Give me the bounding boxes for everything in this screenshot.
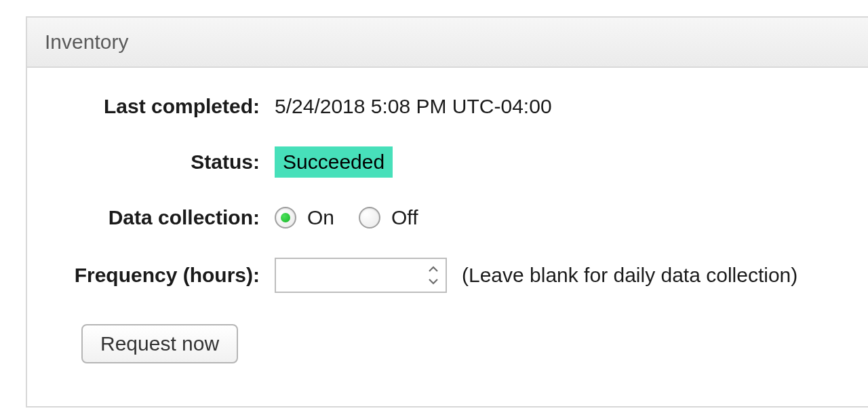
frequency-hint: (Leave blank for daily data collection) [462, 264, 797, 287]
radio-option-on[interactable]: On [275, 206, 334, 229]
row-status: Status: Succeeded [54, 146, 841, 178]
label-status: Status: [54, 151, 275, 174]
radio-on-label: On [307, 206, 334, 229]
row-frequency: Frequency (hours): (Leave blank for dail… [54, 258, 841, 293]
radio-off-icon [359, 207, 380, 229]
radio-off-label: Off [391, 206, 418, 229]
value-status-wrap: Succeeded [275, 146, 393, 178]
status-badge: Succeeded [275, 146, 393, 178]
value-frequency-wrap: (Leave blank for daily data collection) [275, 258, 797, 293]
radio-option-off[interactable]: Off [359, 206, 418, 229]
frequency-input[interactable] [275, 258, 447, 293]
panel-title: Inventory [45, 31, 128, 54]
chevron-down-icon[interactable] [429, 275, 438, 287]
inventory-panel: Inventory Last completed: 5/24/2018 5:08… [26, 16, 868, 408]
row-last-completed: Last completed: 5/24/2018 5:08 PM UTC-04… [54, 95, 841, 118]
frequency-spinner [275, 258, 447, 293]
row-data-collection: Data collection: On Off [54, 206, 841, 229]
request-now-button[interactable]: Request now [81, 324, 238, 363]
radio-on-icon [275, 207, 296, 229]
panel-header: Inventory [27, 18, 868, 68]
action-row: Request now [54, 324, 841, 363]
value-last-completed: 5/24/2018 5:08 PM UTC-04:00 [275, 95, 552, 118]
label-last-completed: Last completed: [54, 95, 275, 118]
label-frequency: Frequency (hours): [54, 264, 275, 287]
spinner-buttons [424, 259, 443, 292]
label-data-collection: Data collection: [54, 206, 275, 229]
chevron-up-icon[interactable] [429, 263, 438, 275]
data-collection-radio-group: On Off [275, 206, 443, 229]
panel-body: Last completed: 5/24/2018 5:08 PM UTC-04… [27, 68, 868, 384]
